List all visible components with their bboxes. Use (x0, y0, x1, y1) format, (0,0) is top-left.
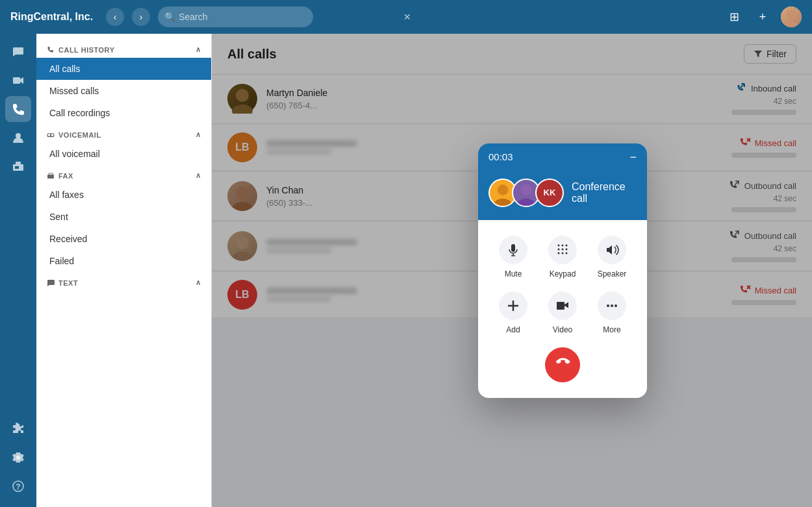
topbar: RingCentral, Inc. ‹ › 🔍 ✕ ⊞ + (0, 0, 812, 34)
modal-body: Mute (478, 220, 647, 398)
svg-point-33 (558, 252, 560, 254)
sidebar-item-call-recordings[interactable]: Call recordings (36, 102, 211, 124)
search-clear-icon[interactable]: ✕ (403, 12, 411, 22)
svg-rect-5 (15, 166, 19, 169)
svg-point-41 (615, 304, 617, 307)
svg-point-9 (47, 133, 51, 136)
search-input[interactable] (158, 6, 313, 27)
voicemail-section[interactable]: VOICEMAIL ∧ (36, 124, 211, 143)
svg-point-30 (558, 248, 560, 250)
add-button[interactable]: Add (494, 291, 533, 334)
conference-avatars: KK (488, 179, 564, 207)
svg-point-32 (566, 248, 568, 250)
end-call-button[interactable] (545, 347, 580, 382)
svg-point-10 (51, 133, 54, 136)
user-avatar[interactable] (781, 6, 802, 27)
modal-controls-row-2: Add Video (488, 291, 637, 334)
main-layout: ? CALL HISTORY ∧ All calls Missed calls … (0, 34, 812, 507)
icon-bar-bottom: ? (5, 416, 31, 507)
svg-point-3 (16, 133, 21, 138)
svg-point-26 (518, 199, 534, 207)
nav-back-button[interactable]: ‹ (106, 8, 124, 26)
sidebar-item-all-calls[interactable]: All calls (36, 58, 211, 80)
svg-point-40 (611, 304, 613, 307)
svg-point-25 (521, 184, 531, 195)
keypad-icon (548, 236, 577, 264)
svg-rect-38 (557, 302, 565, 310)
modal-controls-row-1: Mute (488, 236, 637, 278)
add-icon (499, 291, 527, 320)
icon-bar-chat[interactable] (5, 39, 31, 65)
call-timer: 00:03 (488, 151, 513, 162)
svg-text:?: ? (16, 482, 20, 491)
more-button[interactable]: More (592, 291, 631, 334)
sidebar-item-all-faxes[interactable]: All faxes (36, 184, 211, 206)
mute-label: Mute (505, 269, 522, 278)
svg-point-24 (494, 199, 511, 207)
sidebar-item-sent[interactable]: Sent (36, 206, 211, 228)
sidebar-item-missed-calls[interactable]: Missed calls (36, 80, 211, 102)
speaker-button[interactable]: Speaker (592, 236, 631, 278)
svg-point-0 (787, 10, 796, 19)
icon-bar-phone[interactable] (5, 96, 31, 122)
keypad-label: Keypad (550, 269, 576, 278)
sidebar-item-all-voicemail[interactable]: All voicemail (36, 143, 211, 165)
video-button[interactable]: Video (543, 291, 582, 334)
icon-bar-contacts[interactable] (5, 125, 31, 151)
search-icon: 🔍 (164, 12, 175, 22)
nav-forward-button[interactable]: › (132, 8, 150, 26)
video-label: Video (553, 325, 572, 334)
icon-bar-help[interactable]: ? (5, 473, 31, 499)
video-icon (548, 291, 577, 320)
add-button[interactable]: + (752, 6, 773, 27)
text-section[interactable]: TEXT ∧ (36, 272, 211, 291)
keypad-button[interactable]: Keypad (543, 236, 582, 278)
svg-point-28 (562, 244, 564, 246)
conference-section: KK Conference call (478, 171, 647, 220)
speaker-icon (598, 236, 626, 264)
apps-grid-button[interactable]: ⊞ (724, 6, 744, 27)
sidebar-item-failed[interactable]: Failed (36, 250, 211, 272)
more-label: More (603, 325, 620, 334)
svg-rect-2 (13, 77, 20, 84)
fax-section[interactable]: FAX ∧ (36, 165, 211, 184)
conference-label: Conference call (572, 181, 637, 204)
content-area: All calls Filter Martyn Daniele (212, 34, 812, 507)
search-wrapper: 🔍 ✕ (158, 6, 418, 27)
add-label: Add (506, 325, 520, 334)
mute-icon (499, 236, 527, 264)
svg-point-1 (785, 21, 798, 27)
svg-point-35 (566, 252, 568, 254)
sidebar-item-received[interactable]: Received (36, 228, 211, 250)
sidebar: CALL HISTORY ∧ All calls Missed calls Ca… (36, 34, 212, 507)
svg-point-23 (498, 184, 508, 195)
app-title: RingCentral, Inc. (10, 11, 93, 23)
icon-bar-puzzle[interactable] (5, 416, 31, 442)
mute-button[interactable]: Mute (494, 236, 533, 278)
svg-point-34 (562, 252, 564, 254)
svg-point-27 (558, 244, 560, 246)
more-icon (598, 291, 626, 320)
icon-bar-video[interactable] (5, 68, 31, 93)
icon-bar: ? (0, 34, 36, 507)
svg-point-29 (566, 244, 568, 246)
speaker-label: Speaker (598, 269, 627, 278)
modal-header: 00:03 − (478, 143, 647, 171)
icon-bar-settings[interactable] (5, 445, 31, 471)
svg-point-39 (607, 304, 609, 307)
end-call-row (488, 347, 637, 382)
call-history-section[interactable]: CALL HISTORY ∧ (36, 39, 211, 58)
modal-minimize-button[interactable]: − (629, 151, 637, 163)
call-modal: 00:03 − (478, 143, 647, 398)
svg-rect-12 (47, 175, 54, 179)
conference-avatar-3: KK (535, 179, 564, 207)
icon-bar-fax[interactable] (5, 153, 31, 179)
svg-point-31 (562, 248, 564, 250)
